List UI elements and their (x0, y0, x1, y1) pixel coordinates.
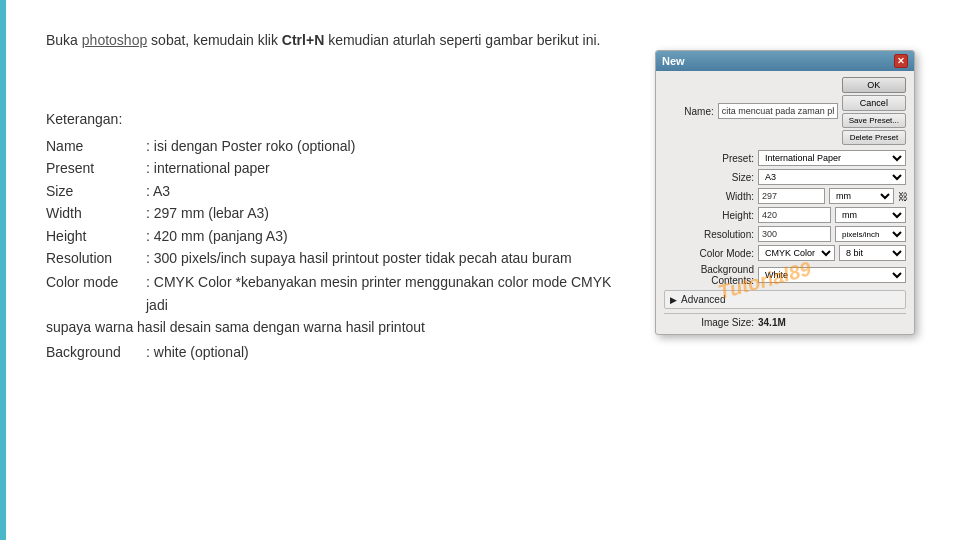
field-width-row: Width : 297 mm (lebar A3) (46, 202, 625, 224)
field-width-value: : 297 mm (lebar A3) (146, 202, 269, 224)
intro-suffix2: kemudian aturlah seperti gambar berikut … (324, 32, 600, 48)
dialog-close-button[interactable]: ✕ (894, 54, 908, 68)
name-field-label: Name: (664, 106, 714, 117)
advanced-header: ▶ Advanced (670, 294, 900, 305)
field-name-value: : isi dengan Poster roko (optional) (146, 135, 355, 157)
color-mode-line1: : CMYK Color *kebanyakan mesin printer m… (146, 271, 625, 316)
photoshop-dialog: New ✕ Name: OK Cancel Save Preset... (655, 50, 915, 335)
delete-preset-button[interactable]: Delete Preset (842, 130, 906, 145)
height-unit-select[interactable]: mm (835, 207, 906, 223)
color-mode-select[interactable]: CMYK Color (758, 245, 835, 261)
height-input[interactable] (758, 207, 831, 223)
size-label: Size: (664, 172, 754, 183)
keterangan-heading: Keterangan: (46, 111, 625, 127)
dialog-title: New (662, 55, 685, 67)
field-name-label: Name (46, 135, 146, 157)
image-size-value: 34.1M (758, 317, 786, 328)
field-name-row: Name : isi dengan Poster roko (optional) (46, 135, 625, 157)
intro-suffix: sobat, kemudain klik (147, 32, 282, 48)
background-row: Background : white (optional) (46, 341, 625, 363)
save-preset-button[interactable]: Save Preset... (842, 113, 906, 128)
advanced-label: Advanced (681, 294, 725, 305)
field-height-label: Height (46, 225, 146, 247)
width-unit-select[interactable]: mm (829, 188, 894, 204)
field-present-row: Present : international paper (46, 157, 625, 179)
dialog-area: New ✕ Name: OK Cancel Save Preset... (655, 50, 920, 520)
width-input[interactable] (758, 188, 825, 204)
field-size-label: Size (46, 180, 146, 202)
link-dimensions-icon[interactable]: ⛓ (898, 191, 906, 202)
intro-paragraph: Buka photoshop sobat, kemudain klik Ctrl… (46, 30, 625, 51)
dialog-titlebar: New ✕ (656, 51, 914, 71)
field-present-label: Present (46, 157, 146, 179)
height-label: Height: (664, 210, 754, 221)
field-resolution-row: Resolution : 300 pixels/inch supaya hasi… (46, 247, 625, 269)
color-mode-line2: supaya warna hasil desain sama dengan wa… (46, 316, 625, 338)
bg-contents-select[interactable]: White (758, 267, 906, 283)
bg-contents-label: Background Contents: (664, 264, 754, 286)
color-mode-label: Color mode (46, 271, 146, 316)
field-present-value: : international paper (146, 157, 270, 179)
advanced-toggle[interactable]: ▶ (670, 295, 677, 305)
resolution-input[interactable] (758, 226, 831, 242)
cancel-button[interactable]: Cancel (842, 95, 906, 111)
image-size-row: Image Size: 34.1M (664, 313, 906, 328)
ctrl-n-text: Ctrl+N (282, 32, 324, 48)
bit-depth-select[interactable]: 8 bit (839, 245, 906, 261)
color-mode-block: Color mode : CMYK Color *kebanyakan mesi… (46, 271, 625, 338)
preset-label: Preset: (664, 153, 754, 164)
image-size-label: Image Size: (664, 317, 754, 328)
field-size-value: : A3 (146, 180, 170, 202)
background-value: : white (optional) (146, 341, 249, 363)
intro-prefix: Buka (46, 32, 82, 48)
field-resolution-value: : 300 pixels/inch supaya hasil printout … (146, 247, 572, 269)
field-resolution-label: Resolution (46, 247, 146, 269)
color-mode-field-label: Color Mode: (664, 248, 754, 259)
resolution-unit-select[interactable]: pixels/inch (835, 226, 906, 242)
advanced-section: ▶ Advanced (664, 290, 906, 309)
field-height-row: Height : 420 mm (panjang A3) (46, 225, 625, 247)
width-label: Width: (664, 191, 754, 202)
field-width-label: Width (46, 202, 146, 224)
field-height-value: : 420 mm (panjang A3) (146, 225, 288, 247)
photoshop-link[interactable]: photoshop (82, 32, 147, 48)
size-select[interactable]: A3 (758, 169, 906, 185)
name-input[interactable] (718, 103, 838, 119)
resolution-label: Resolution: (664, 229, 754, 240)
field-size-row: Size : A3 (46, 180, 625, 202)
ok-button[interactable]: OK (842, 77, 906, 93)
preset-select[interactable]: International Paper (758, 150, 906, 166)
background-label: Background (46, 341, 146, 363)
